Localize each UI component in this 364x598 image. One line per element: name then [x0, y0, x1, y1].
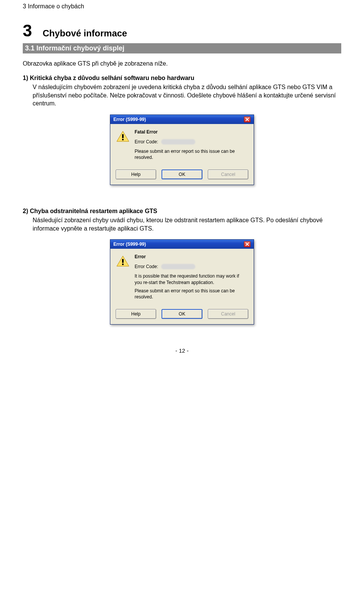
warning-icon	[116, 256, 129, 267]
chapter-number: 3	[23, 21, 32, 40]
cancel-button: Cancel	[208, 309, 248, 319]
ok-button[interactable]: OK	[162, 170, 203, 179]
svg-rect-2	[122, 259, 124, 263]
item-2-heading: 2) Chyba odstranitelná restartem aplikac…	[23, 208, 341, 215]
chapter-title: Chybové informace	[42, 28, 127, 39]
dialog-message-2: Please submit an error report so this is…	[135, 288, 248, 300]
dialog-title: Error (S999-99)	[113, 117, 146, 122]
dialog-titlebar: Error (S999-99)	[110, 240, 254, 249]
item-1-heading: 1) Kritická chyba z důvodu selhání softw…	[23, 75, 341, 82]
warning-icon	[116, 131, 129, 142]
dialog-titlebar: Error (S999-99)	[110, 115, 254, 124]
svg-rect-0	[122, 134, 124, 138]
close-icon	[245, 118, 249, 121]
item-2-body: Následující zobrazení chyby uvádí chybu,…	[33, 216, 341, 232]
dialog-heading: Fatal Error	[135, 129, 248, 135]
cancel-button: Cancel	[208, 170, 248, 179]
error-code-label: Error Code:	[135, 264, 158, 269]
error-dialog-2: Error (S999-99) Error	[110, 239, 254, 325]
error-dialog-1: Error (S999-99) Fatal Error	[110, 115, 254, 185]
dialog-message-1: It is possible that the requested functi…	[135, 273, 248, 285]
close-icon	[245, 242, 249, 246]
running-header: 3 Informace o chybách	[23, 0, 341, 10]
svg-rect-1	[122, 139, 124, 140]
error-code-label: Error Code:	[135, 139, 158, 144]
dialog-heading: Error	[135, 254, 248, 259]
dialog-title: Error (S999-99)	[113, 242, 146, 247]
chapter-heading: 3 Chybové informace	[23, 21, 341, 40]
close-button[interactable]	[244, 241, 251, 247]
help-button[interactable]: Help	[116, 309, 156, 319]
error-code-value-redacted	[161, 264, 195, 269]
error-code-value-redacted	[161, 139, 195, 144]
svg-rect-3	[122, 264, 124, 265]
page-number: - 12 -	[23, 347, 341, 354]
section-heading-bar: 3.1 Informační chybový displej	[23, 43, 341, 53]
intro-text: Obrazovka aplikace GTS při chybě je zobr…	[23, 60, 341, 67]
item-1-body: V následujícím chybovém zobrazení je uve…	[33, 83, 341, 108]
dialog-message: Please submit an error report so this is…	[135, 148, 248, 160]
ok-button[interactable]: OK	[162, 309, 203, 319]
help-button[interactable]: Help	[116, 170, 156, 179]
close-button[interactable]	[244, 116, 251, 122]
